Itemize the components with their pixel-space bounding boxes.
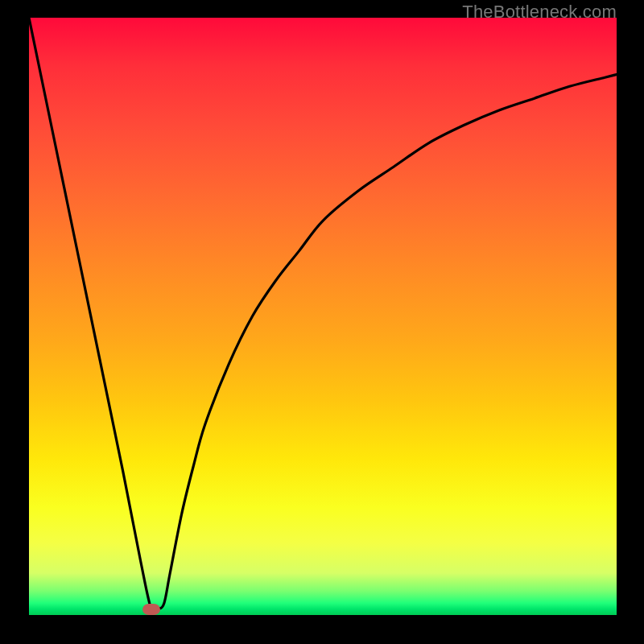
bottleneck-curve [29,18,617,615]
chart-frame: TheBottleneck.com [0,0,644,644]
minimum-marker [142,604,160,615]
plot-area [29,18,617,615]
